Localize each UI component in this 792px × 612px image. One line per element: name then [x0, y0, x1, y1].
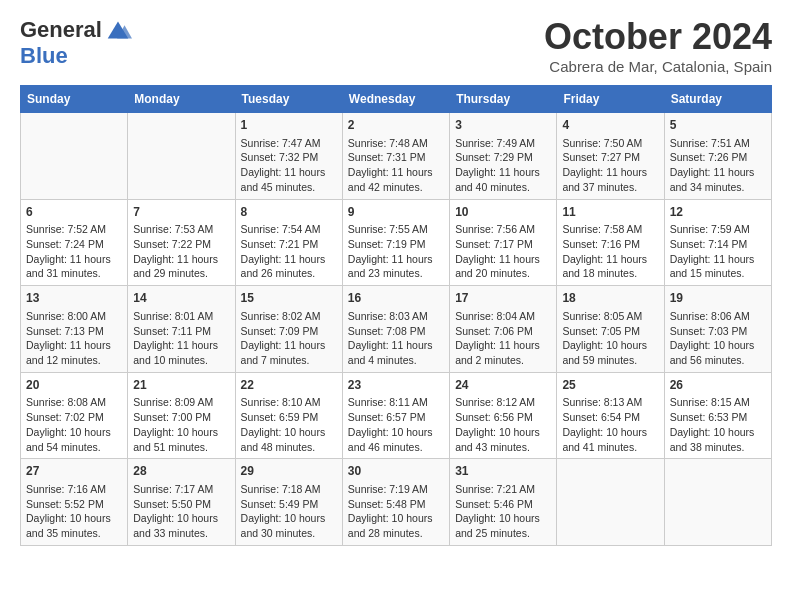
day-number: 21: [133, 377, 229, 394]
col-header-thursday: Thursday: [450, 86, 557, 113]
day-cell: 7Sunrise: 7:53 AMSunset: 7:22 PMDaylight…: [128, 199, 235, 286]
day-cell: 1Sunrise: 7:47 AMSunset: 7:32 PMDaylight…: [235, 113, 342, 200]
week-row-2: 6Sunrise: 7:52 AMSunset: 7:24 PMDaylight…: [21, 199, 772, 286]
subtitle: Cabrera de Mar, Catalonia, Spain: [544, 58, 772, 75]
week-row-3: 13Sunrise: 8:00 AMSunset: 7:13 PMDayligh…: [21, 286, 772, 373]
day-number: 11: [562, 204, 658, 221]
day-number: 10: [455, 204, 551, 221]
day-cell: 4Sunrise: 7:50 AMSunset: 7:27 PMDaylight…: [557, 113, 664, 200]
col-header-sunday: Sunday: [21, 86, 128, 113]
day-cell: 30Sunrise: 7:19 AMSunset: 5:48 PMDayligh…: [342, 459, 449, 546]
day-number: 16: [348, 290, 444, 307]
col-header-saturday: Saturday: [664, 86, 771, 113]
day-cell: 6Sunrise: 7:52 AMSunset: 7:24 PMDaylight…: [21, 199, 128, 286]
day-cell: 14Sunrise: 8:01 AMSunset: 7:11 PMDayligh…: [128, 286, 235, 373]
day-detail: Sunrise: 8:12 AMSunset: 6:56 PMDaylight:…: [455, 395, 551, 454]
day-detail: Sunrise: 7:21 AMSunset: 5:46 PMDaylight:…: [455, 482, 551, 541]
day-detail: Sunrise: 8:06 AMSunset: 7:03 PMDaylight:…: [670, 309, 766, 368]
day-cell: [664, 459, 771, 546]
day-number: 23: [348, 377, 444, 394]
day-number: 1: [241, 117, 337, 134]
day-cell: 31Sunrise: 7:21 AMSunset: 5:46 PMDayligh…: [450, 459, 557, 546]
week-row-4: 20Sunrise: 8:08 AMSunset: 7:02 PMDayligh…: [21, 372, 772, 459]
day-detail: Sunrise: 7:53 AMSunset: 7:22 PMDaylight:…: [133, 222, 229, 281]
day-number: 18: [562, 290, 658, 307]
day-detail: Sunrise: 7:54 AMSunset: 7:21 PMDaylight:…: [241, 222, 337, 281]
day-detail: Sunrise: 7:55 AMSunset: 7:19 PMDaylight:…: [348, 222, 444, 281]
day-detail: Sunrise: 7:51 AMSunset: 7:26 PMDaylight:…: [670, 136, 766, 195]
day-detail: Sunrise: 7:59 AMSunset: 7:14 PMDaylight:…: [670, 222, 766, 281]
day-cell: 15Sunrise: 8:02 AMSunset: 7:09 PMDayligh…: [235, 286, 342, 373]
day-detail: Sunrise: 8:08 AMSunset: 7:02 PMDaylight:…: [26, 395, 122, 454]
day-cell: [21, 113, 128, 200]
day-number: 19: [670, 290, 766, 307]
day-cell: 5Sunrise: 7:51 AMSunset: 7:26 PMDaylight…: [664, 113, 771, 200]
main-title: October 2024: [544, 16, 772, 58]
day-detail: Sunrise: 8:10 AMSunset: 6:59 PMDaylight:…: [241, 395, 337, 454]
day-number: 26: [670, 377, 766, 394]
day-cell: 28Sunrise: 7:17 AMSunset: 5:50 PMDayligh…: [128, 459, 235, 546]
day-cell: 3Sunrise: 7:49 AMSunset: 7:29 PMDaylight…: [450, 113, 557, 200]
day-number: 31: [455, 463, 551, 480]
day-detail: Sunrise: 7:19 AMSunset: 5:48 PMDaylight:…: [348, 482, 444, 541]
day-detail: Sunrise: 7:16 AMSunset: 5:52 PMDaylight:…: [26, 482, 122, 541]
day-detail: Sunrise: 7:17 AMSunset: 5:50 PMDaylight:…: [133, 482, 229, 541]
day-number: 28: [133, 463, 229, 480]
day-number: 9: [348, 204, 444, 221]
day-detail: Sunrise: 8:11 AMSunset: 6:57 PMDaylight:…: [348, 395, 444, 454]
header-row: SundayMondayTuesdayWednesdayThursdayFrid…: [21, 86, 772, 113]
day-cell: 17Sunrise: 8:04 AMSunset: 7:06 PMDayligh…: [450, 286, 557, 373]
day-detail: Sunrise: 8:00 AMSunset: 7:13 PMDaylight:…: [26, 309, 122, 368]
day-cell: 19Sunrise: 8:06 AMSunset: 7:03 PMDayligh…: [664, 286, 771, 373]
day-number: 15: [241, 290, 337, 307]
day-number: 7: [133, 204, 229, 221]
day-cell: 8Sunrise: 7:54 AMSunset: 7:21 PMDaylight…: [235, 199, 342, 286]
day-detail: Sunrise: 7:56 AMSunset: 7:17 PMDaylight:…: [455, 222, 551, 281]
day-cell: 25Sunrise: 8:13 AMSunset: 6:54 PMDayligh…: [557, 372, 664, 459]
day-number: 8: [241, 204, 337, 221]
day-number: 17: [455, 290, 551, 307]
logo-text-general: General: [20, 18, 102, 42]
day-cell: 21Sunrise: 8:09 AMSunset: 7:00 PMDayligh…: [128, 372, 235, 459]
day-number: 12: [670, 204, 766, 221]
day-cell: 16Sunrise: 8:03 AMSunset: 7:08 PMDayligh…: [342, 286, 449, 373]
title-block: October 2024 Cabrera de Mar, Catalonia, …: [544, 16, 772, 75]
day-number: 22: [241, 377, 337, 394]
day-cell: 29Sunrise: 7:18 AMSunset: 5:49 PMDayligh…: [235, 459, 342, 546]
day-number: 29: [241, 463, 337, 480]
logo-text-blue: Blue: [20, 43, 68, 68]
col-header-tuesday: Tuesday: [235, 86, 342, 113]
day-number: 30: [348, 463, 444, 480]
day-detail: Sunrise: 7:52 AMSunset: 7:24 PMDaylight:…: [26, 222, 122, 281]
day-detail: Sunrise: 7:58 AMSunset: 7:16 PMDaylight:…: [562, 222, 658, 281]
col-header-monday: Monday: [128, 86, 235, 113]
day-detail: Sunrise: 8:05 AMSunset: 7:05 PMDaylight:…: [562, 309, 658, 368]
calendar-table: SundayMondayTuesdayWednesdayThursdayFrid…: [20, 85, 772, 546]
day-cell: 23Sunrise: 8:11 AMSunset: 6:57 PMDayligh…: [342, 372, 449, 459]
day-cell: 13Sunrise: 8:00 AMSunset: 7:13 PMDayligh…: [21, 286, 128, 373]
day-cell: 26Sunrise: 8:15 AMSunset: 6:53 PMDayligh…: [664, 372, 771, 459]
day-cell: [128, 113, 235, 200]
day-detail: Sunrise: 8:03 AMSunset: 7:08 PMDaylight:…: [348, 309, 444, 368]
day-cell: 27Sunrise: 7:16 AMSunset: 5:52 PMDayligh…: [21, 459, 128, 546]
col-header-friday: Friday: [557, 86, 664, 113]
day-detail: Sunrise: 7:18 AMSunset: 5:49 PMDaylight:…: [241, 482, 337, 541]
day-number: 6: [26, 204, 122, 221]
day-detail: Sunrise: 8:02 AMSunset: 7:09 PMDaylight:…: [241, 309, 337, 368]
day-detail: Sunrise: 7:49 AMSunset: 7:29 PMDaylight:…: [455, 136, 551, 195]
day-cell: 24Sunrise: 8:12 AMSunset: 6:56 PMDayligh…: [450, 372, 557, 459]
day-detail: Sunrise: 8:15 AMSunset: 6:53 PMDaylight:…: [670, 395, 766, 454]
logo: General Blue: [20, 16, 132, 68]
day-cell: 9Sunrise: 7:55 AMSunset: 7:19 PMDaylight…: [342, 199, 449, 286]
day-detail: Sunrise: 7:47 AMSunset: 7:32 PMDaylight:…: [241, 136, 337, 195]
day-number: 2: [348, 117, 444, 134]
week-row-5: 27Sunrise: 7:16 AMSunset: 5:52 PMDayligh…: [21, 459, 772, 546]
day-number: 3: [455, 117, 551, 134]
day-number: 27: [26, 463, 122, 480]
day-cell: 10Sunrise: 7:56 AMSunset: 7:17 PMDayligh…: [450, 199, 557, 286]
day-detail: Sunrise: 8:01 AMSunset: 7:11 PMDaylight:…: [133, 309, 229, 368]
day-number: 14: [133, 290, 229, 307]
day-number: 13: [26, 290, 122, 307]
day-cell: 12Sunrise: 7:59 AMSunset: 7:14 PMDayligh…: [664, 199, 771, 286]
day-cell: 2Sunrise: 7:48 AMSunset: 7:31 PMDaylight…: [342, 113, 449, 200]
